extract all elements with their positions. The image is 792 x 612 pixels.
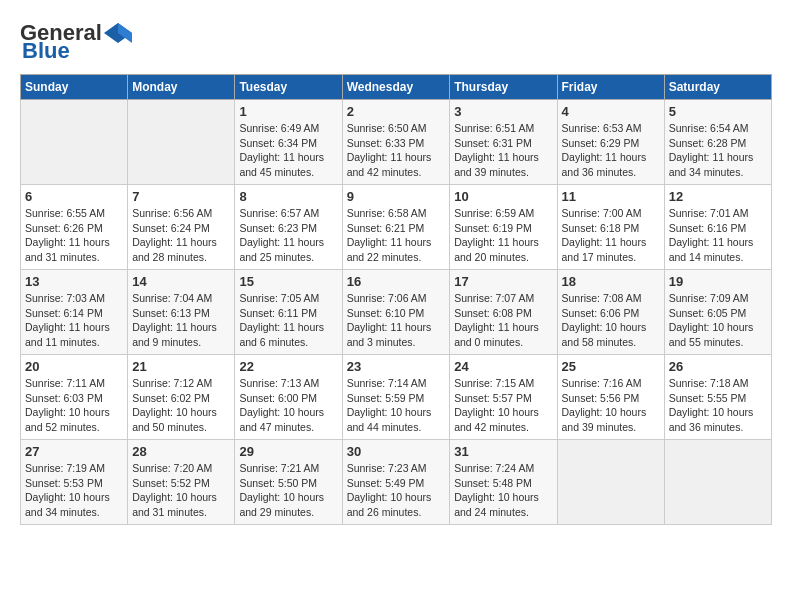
calendar-cell: 28Sunrise: 7:20 AMSunset: 5:52 PMDayligh… bbox=[128, 440, 235, 525]
day-number: 12 bbox=[669, 189, 767, 204]
day-info: Sunrise: 7:06 AMSunset: 6:10 PMDaylight:… bbox=[347, 291, 446, 350]
calendar-cell: 21Sunrise: 7:12 AMSunset: 6:02 PMDayligh… bbox=[128, 355, 235, 440]
calendar-cell: 11Sunrise: 7:00 AMSunset: 6:18 PMDayligh… bbox=[557, 185, 664, 270]
calendar-cell: 7Sunrise: 6:56 AMSunset: 6:24 PMDaylight… bbox=[128, 185, 235, 270]
day-number: 8 bbox=[239, 189, 337, 204]
weekday-header-sunday: Sunday bbox=[21, 75, 128, 100]
day-number: 28 bbox=[132, 444, 230, 459]
week-row-4: 20Sunrise: 7:11 AMSunset: 6:03 PMDayligh… bbox=[21, 355, 772, 440]
day-info: Sunrise: 7:00 AMSunset: 6:18 PMDaylight:… bbox=[562, 206, 660, 265]
calendar-cell: 18Sunrise: 7:08 AMSunset: 6:06 PMDayligh… bbox=[557, 270, 664, 355]
day-info: Sunrise: 6:56 AMSunset: 6:24 PMDaylight:… bbox=[132, 206, 230, 265]
day-number: 20 bbox=[25, 359, 123, 374]
day-info: Sunrise: 6:59 AMSunset: 6:19 PMDaylight:… bbox=[454, 206, 552, 265]
day-number: 17 bbox=[454, 274, 552, 289]
day-info: Sunrise: 7:05 AMSunset: 6:11 PMDaylight:… bbox=[239, 291, 337, 350]
day-number: 22 bbox=[239, 359, 337, 374]
calendar-cell: 3Sunrise: 6:51 AMSunset: 6:31 PMDaylight… bbox=[450, 100, 557, 185]
day-number: 15 bbox=[239, 274, 337, 289]
day-info: Sunrise: 7:16 AMSunset: 5:56 PMDaylight:… bbox=[562, 376, 660, 435]
calendar-cell: 31Sunrise: 7:24 AMSunset: 5:48 PMDayligh… bbox=[450, 440, 557, 525]
day-info: Sunrise: 6:58 AMSunset: 6:21 PMDaylight:… bbox=[347, 206, 446, 265]
day-info: Sunrise: 7:14 AMSunset: 5:59 PMDaylight:… bbox=[347, 376, 446, 435]
calendar-cell: 16Sunrise: 7:06 AMSunset: 6:10 PMDayligh… bbox=[342, 270, 450, 355]
day-number: 3 bbox=[454, 104, 552, 119]
weekday-header-friday: Friday bbox=[557, 75, 664, 100]
calendar-cell: 10Sunrise: 6:59 AMSunset: 6:19 PMDayligh… bbox=[450, 185, 557, 270]
day-number: 31 bbox=[454, 444, 552, 459]
day-number: 13 bbox=[25, 274, 123, 289]
day-number: 24 bbox=[454, 359, 552, 374]
day-info: Sunrise: 7:11 AMSunset: 6:03 PMDaylight:… bbox=[25, 376, 123, 435]
calendar-cell: 15Sunrise: 7:05 AMSunset: 6:11 PMDayligh… bbox=[235, 270, 342, 355]
day-number: 1 bbox=[239, 104, 337, 119]
day-number: 21 bbox=[132, 359, 230, 374]
day-number: 5 bbox=[669, 104, 767, 119]
day-number: 2 bbox=[347, 104, 446, 119]
day-number: 14 bbox=[132, 274, 230, 289]
calendar-cell: 5Sunrise: 6:54 AMSunset: 6:28 PMDaylight… bbox=[664, 100, 771, 185]
week-row-5: 27Sunrise: 7:19 AMSunset: 5:53 PMDayligh… bbox=[21, 440, 772, 525]
logo-blue: Blue bbox=[22, 38, 70, 64]
page-header: General Blue bbox=[20, 20, 772, 64]
day-info: Sunrise: 6:55 AMSunset: 6:26 PMDaylight:… bbox=[25, 206, 123, 265]
logo-icon bbox=[104, 23, 132, 43]
calendar-cell: 26Sunrise: 7:18 AMSunset: 5:55 PMDayligh… bbox=[664, 355, 771, 440]
day-info: Sunrise: 7:13 AMSunset: 6:00 PMDaylight:… bbox=[239, 376, 337, 435]
week-row-3: 13Sunrise: 7:03 AMSunset: 6:14 PMDayligh… bbox=[21, 270, 772, 355]
day-number: 23 bbox=[347, 359, 446, 374]
day-number: 11 bbox=[562, 189, 660, 204]
calendar-table: SundayMondayTuesdayWednesdayThursdayFrid… bbox=[20, 74, 772, 525]
calendar-cell: 8Sunrise: 6:57 AMSunset: 6:23 PMDaylight… bbox=[235, 185, 342, 270]
day-number: 30 bbox=[347, 444, 446, 459]
day-info: Sunrise: 7:21 AMSunset: 5:50 PMDaylight:… bbox=[239, 461, 337, 520]
day-info: Sunrise: 7:12 AMSunset: 6:02 PMDaylight:… bbox=[132, 376, 230, 435]
day-number: 25 bbox=[562, 359, 660, 374]
calendar-cell: 14Sunrise: 7:04 AMSunset: 6:13 PMDayligh… bbox=[128, 270, 235, 355]
day-info: Sunrise: 7:15 AMSunset: 5:57 PMDaylight:… bbox=[454, 376, 552, 435]
week-row-1: 1Sunrise: 6:49 AMSunset: 6:34 PMDaylight… bbox=[21, 100, 772, 185]
day-info: Sunrise: 7:19 AMSunset: 5:53 PMDaylight:… bbox=[25, 461, 123, 520]
day-number: 19 bbox=[669, 274, 767, 289]
day-info: Sunrise: 6:50 AMSunset: 6:33 PMDaylight:… bbox=[347, 121, 446, 180]
calendar-cell bbox=[664, 440, 771, 525]
week-row-2: 6Sunrise: 6:55 AMSunset: 6:26 PMDaylight… bbox=[21, 185, 772, 270]
day-number: 7 bbox=[132, 189, 230, 204]
day-number: 4 bbox=[562, 104, 660, 119]
calendar-cell: 1Sunrise: 6:49 AMSunset: 6:34 PMDaylight… bbox=[235, 100, 342, 185]
day-number: 18 bbox=[562, 274, 660, 289]
day-info: Sunrise: 7:23 AMSunset: 5:49 PMDaylight:… bbox=[347, 461, 446, 520]
calendar-cell: 4Sunrise: 6:53 AMSunset: 6:29 PMDaylight… bbox=[557, 100, 664, 185]
day-number: 10 bbox=[454, 189, 552, 204]
day-info: Sunrise: 7:18 AMSunset: 5:55 PMDaylight:… bbox=[669, 376, 767, 435]
calendar-cell bbox=[21, 100, 128, 185]
calendar-cell: 6Sunrise: 6:55 AMSunset: 6:26 PMDaylight… bbox=[21, 185, 128, 270]
day-info: Sunrise: 6:57 AMSunset: 6:23 PMDaylight:… bbox=[239, 206, 337, 265]
weekday-header-wednesday: Wednesday bbox=[342, 75, 450, 100]
day-number: 26 bbox=[669, 359, 767, 374]
day-info: Sunrise: 6:51 AMSunset: 6:31 PMDaylight:… bbox=[454, 121, 552, 180]
calendar-cell: 17Sunrise: 7:07 AMSunset: 6:08 PMDayligh… bbox=[450, 270, 557, 355]
day-info: Sunrise: 7:03 AMSunset: 6:14 PMDaylight:… bbox=[25, 291, 123, 350]
day-number: 29 bbox=[239, 444, 337, 459]
day-number: 6 bbox=[25, 189, 123, 204]
calendar-cell bbox=[557, 440, 664, 525]
logo: General Blue bbox=[20, 20, 132, 64]
calendar-cell: 23Sunrise: 7:14 AMSunset: 5:59 PMDayligh… bbox=[342, 355, 450, 440]
day-info: Sunrise: 7:07 AMSunset: 6:08 PMDaylight:… bbox=[454, 291, 552, 350]
calendar-cell: 24Sunrise: 7:15 AMSunset: 5:57 PMDayligh… bbox=[450, 355, 557, 440]
day-info: Sunrise: 7:24 AMSunset: 5:48 PMDaylight:… bbox=[454, 461, 552, 520]
calendar-cell: 30Sunrise: 7:23 AMSunset: 5:49 PMDayligh… bbox=[342, 440, 450, 525]
day-info: Sunrise: 7:20 AMSunset: 5:52 PMDaylight:… bbox=[132, 461, 230, 520]
day-number: 27 bbox=[25, 444, 123, 459]
calendar-cell: 19Sunrise: 7:09 AMSunset: 6:05 PMDayligh… bbox=[664, 270, 771, 355]
calendar-cell: 20Sunrise: 7:11 AMSunset: 6:03 PMDayligh… bbox=[21, 355, 128, 440]
day-info: Sunrise: 7:08 AMSunset: 6:06 PMDaylight:… bbox=[562, 291, 660, 350]
calendar-cell: 2Sunrise: 6:50 AMSunset: 6:33 PMDaylight… bbox=[342, 100, 450, 185]
day-info: Sunrise: 7:09 AMSunset: 6:05 PMDaylight:… bbox=[669, 291, 767, 350]
day-info: Sunrise: 7:01 AMSunset: 6:16 PMDaylight:… bbox=[669, 206, 767, 265]
day-number: 9 bbox=[347, 189, 446, 204]
weekday-header-saturday: Saturday bbox=[664, 75, 771, 100]
header-row: SundayMondayTuesdayWednesdayThursdayFrid… bbox=[21, 75, 772, 100]
calendar-cell: 29Sunrise: 7:21 AMSunset: 5:50 PMDayligh… bbox=[235, 440, 342, 525]
